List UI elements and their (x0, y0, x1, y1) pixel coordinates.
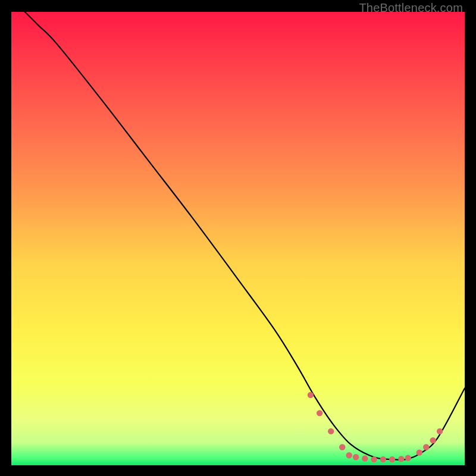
highlight-marker (405, 455, 411, 461)
highlight-marker (339, 444, 345, 450)
gradient-background (11, 12, 465, 465)
highlight-marker (353, 454, 359, 460)
bottleneck-chart (11, 12, 465, 465)
highlight-marker (437, 428, 443, 434)
highlight-marker (389, 456, 395, 462)
watermark-text: TheBottleneck.com (359, 1, 463, 15)
highlight-marker (398, 456, 404, 462)
highlight-marker (308, 392, 314, 398)
chart-frame (11, 12, 465, 465)
highlight-marker (328, 428, 334, 434)
highlight-marker (317, 410, 322, 416)
highlight-marker (380, 456, 386, 462)
highlight-marker (423, 444, 429, 450)
highlight-marker (430, 437, 436, 443)
highlight-marker (362, 455, 368, 461)
highlight-marker (416, 449, 422, 455)
highlight-marker (346, 452, 352, 458)
highlight-marker (371, 456, 377, 462)
